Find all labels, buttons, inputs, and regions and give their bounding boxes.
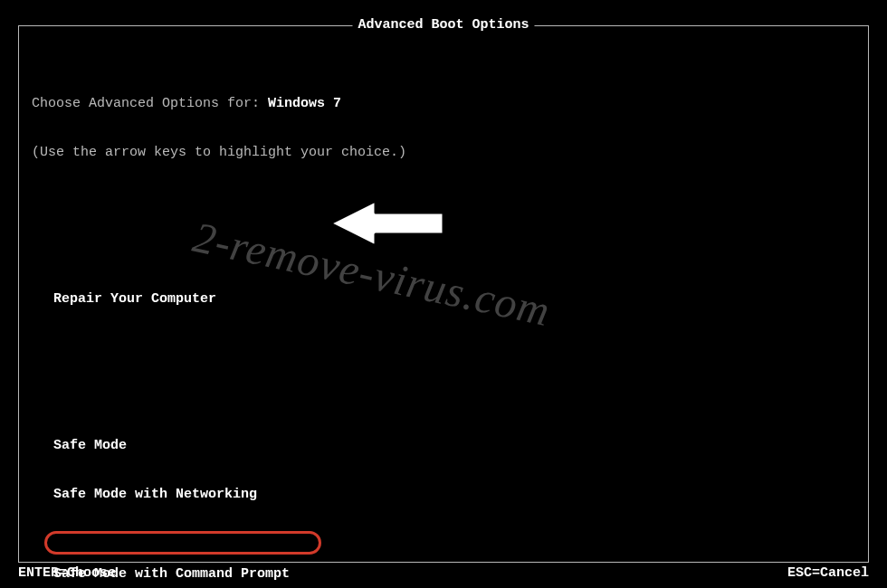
menu-item-safe-mode[interactable]: Safe Mode bbox=[32, 437, 855, 455]
menu-item-repair-computer[interactable]: Repair Your Computer bbox=[32, 290, 855, 308]
footer-esc-hint: ESC=Cancel bbox=[787, 565, 869, 581]
choose-prefix: Choose Advanced Options for: bbox=[32, 96, 268, 111]
menu-item-safe-mode-networking[interactable]: Safe Mode with Networking bbox=[32, 486, 855, 504]
page-title: Advanced Boot Options bbox=[352, 17, 534, 33]
os-name: Windows 7 bbox=[268, 96, 341, 111]
content-area: Choose Advanced Options for: Windows 7 (… bbox=[19, 26, 868, 588]
footer-bar: ENTER=Choose ESC=Cancel bbox=[18, 565, 869, 581]
boot-options-frame: Advanced Boot Options Choose Advanced Op… bbox=[18, 25, 869, 563]
choose-advanced-line: Choose Advanced Options for: Windows 7 bbox=[32, 95, 855, 113]
instruction-line: (Use the arrow keys to highlight your ch… bbox=[32, 144, 855, 162]
footer-enter-hint: ENTER=Choose bbox=[18, 565, 116, 581]
selection-highlight bbox=[44, 531, 321, 555]
